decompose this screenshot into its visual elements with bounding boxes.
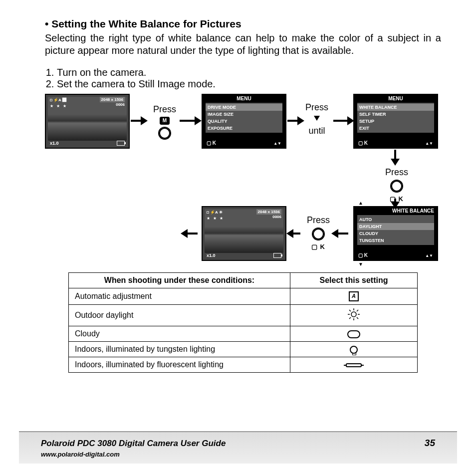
nav-indicator: ▲▼: [273, 141, 281, 146]
table-header-setting: Select this setting: [290, 273, 418, 288]
menu-item: AUTO: [357, 216, 434, 223]
resolution-label: 2048 x 1536: [256, 209, 282, 215]
arrow-right-icon: [180, 120, 196, 122]
menu-item: EXIT: [357, 125, 434, 132]
down-triangle-icon: ▼: [358, 261, 363, 267]
menu-item: IMAGE SIZE: [206, 111, 282, 118]
page-number: 35: [425, 438, 435, 449]
arrow-right-icon: [333, 120, 348, 122]
press-ok-label-2: Press ▢ K: [303, 216, 333, 251]
battery-icon: [273, 253, 281, 258]
sun-icon: [347, 308, 360, 321]
button-circle-icon: [312, 228, 325, 240]
lcd-preview-2: ◘ ⚡A ☀ 2048 x 1536 0006 ★ ★ ★ x1.0: [202, 206, 286, 261]
menu-item: SETUP: [357, 118, 434, 125]
arrow-down-icon: [394, 199, 396, 203]
svg-point-0: [351, 312, 356, 317]
menu-items: WHITE BALANCE SELF TIMER SETUP EXIT: [357, 103, 434, 133]
press-text: Press: [305, 102, 328, 112]
step-item: Set the camera to Still Image mode.: [57, 78, 441, 90]
arrow-left-icon: [292, 233, 300, 235]
zoom-label: x1.0: [207, 253, 216, 258]
table-header-conditions: When shooting under these conditions:: [69, 273, 290, 288]
camera-icon: ◘ ⚡A ☀: [207, 210, 223, 215]
setting-icon-cell: [290, 342, 418, 357]
lcd-menu-whitebalance: ▲ WHITE BALANCE AUTO DAYLIGHT CLOUDY TUN…: [353, 206, 438, 261]
table-row: Indoors, illuminated by tungsten lightin…: [69, 342, 418, 357]
section-heading: • Setting the White Balance for Pictures: [45, 18, 441, 30]
menu-item: CLOUDY: [357, 230, 434, 237]
up-triangle-icon: ▲: [358, 200, 363, 206]
table-row: Outdoor daylight: [69, 305, 418, 326]
menu-item: DRIVE MODE: [206, 104, 282, 111]
svg-line-8: [349, 317, 351, 319]
condition-cell: Indoors, illuminated by tungsten lightin…: [69, 342, 290, 357]
bulb-icon: [350, 346, 358, 354]
counter-label: 0006: [272, 215, 281, 219]
menu-title: MENU: [203, 96, 285, 101]
lcd-menu-1: MENU DRIVE MODE IMAGE SIZE QUALITY EXPOS…: [202, 94, 286, 149]
ok-indicator: ▢ K: [358, 252, 368, 258]
setting-icon-cell: [290, 357, 418, 373]
menu-item: DAYLIGHT: [357, 223, 434, 230]
resolution-label: 2048 x 1536: [100, 97, 125, 102]
menu-item: WHITE BALANCE: [357, 104, 434, 111]
press-text: Press: [385, 167, 408, 177]
svg-line-5: [349, 310, 351, 311]
white-balance-table: When shooting under these conditions: Se…: [68, 272, 418, 373]
press-text: Press: [307, 215, 330, 225]
nav-indicator: ▲▼: [425, 141, 433, 146]
fluorescent-icon: [346, 363, 362, 367]
footer-title: Polaroid PDC 3080 Digital Camera User Gu…: [41, 439, 226, 448]
button-circle-icon: [158, 127, 171, 140]
battery-icon: [117, 141, 125, 146]
camera-icon: ◘ ⚡A 🅰: [50, 98, 66, 102]
until-text: until: [308, 126, 325, 136]
page-footer: Polaroid PDC 3080 Digital Camera User Gu…: [19, 431, 457, 464]
quality-stars: ★ ★ ★: [50, 104, 67, 108]
procedure-diagram: ◘ ⚡A 🅰 2048 x 1536 0006 ★ ★ ★ x1.0 Press…: [45, 94, 441, 263]
arrow-left-icon: [187, 233, 198, 235]
press-text: Press: [153, 104, 176, 114]
quality-stars: ★ ★ ★: [207, 216, 224, 221]
step-item: Turn on the camera.: [57, 67, 441, 78]
zoom-label: x1.0: [50, 141, 59, 146]
menu-item: TUNGSTEN: [357, 237, 434, 244]
condition-cell: Cloudy: [69, 326, 290, 342]
arrow-right-icon: [131, 120, 142, 122]
setting-icon-cell: A: [290, 288, 418, 305]
lcd-preview-1: ◘ ⚡A 🅰 2048 x 1536 0006 ★ ★ ★ x1.0: [45, 94, 130, 149]
menu-item: QUALITY: [206, 118, 282, 125]
menu-title: MENU: [354, 96, 437, 101]
ok-indicator: ▢ K: [207, 140, 216, 146]
setting-icon-cell: [290, 326, 418, 342]
setting-icon-cell: [290, 305, 418, 326]
ok-indicator: ▢ K: [358, 140, 368, 146]
intro-paragraph: Selecting the right type of white balanc…: [45, 32, 441, 57]
menu-title: WHITE BALANCE: [354, 208, 437, 214]
arrow-left-icon: [337, 233, 348, 235]
lcd-menu-2: MENU WHITE BALANCE SELF TIMER SETUP EXIT…: [353, 94, 438, 149]
menu-item: SELF TIMER: [357, 111, 434, 118]
table-row: Cloudy: [69, 326, 418, 342]
nav-indicator: ▲▼: [425, 253, 433, 258]
footer-url: www.polaroid-digital.com: [41, 451, 457, 458]
down-arrow-icon: [314, 116, 320, 121]
press-down-label: Press until: [302, 103, 332, 136]
ok-text: ▢ K: [311, 243, 325, 250]
svg-line-7: [357, 310, 358, 311]
press-ok-label: Press ▢ K: [379, 168, 414, 204]
svg-line-6: [357, 317, 358, 319]
condition-cell: Automatic adjustment: [69, 288, 290, 305]
condition-cell: Indoors, illuminated by fluorescent ligh…: [69, 357, 290, 373]
menu-item: EXPOSURE: [206, 125, 282, 132]
table-row: Indoors, illuminated by fluorescent ligh…: [69, 357, 418, 373]
condition-cell: Outdoor daylight: [69, 305, 290, 326]
counter-label: 0006: [116, 102, 125, 107]
cloud-icon: [347, 330, 360, 338]
steps-list: Turn on the camera. Set the camera to St…: [45, 67, 441, 90]
button-circle-icon: [390, 180, 403, 193]
press-m-label: Press M: [150, 105, 180, 141]
table-row: Automatic adjustment A: [69, 288, 418, 305]
arrow-right-icon: [287, 120, 298, 122]
